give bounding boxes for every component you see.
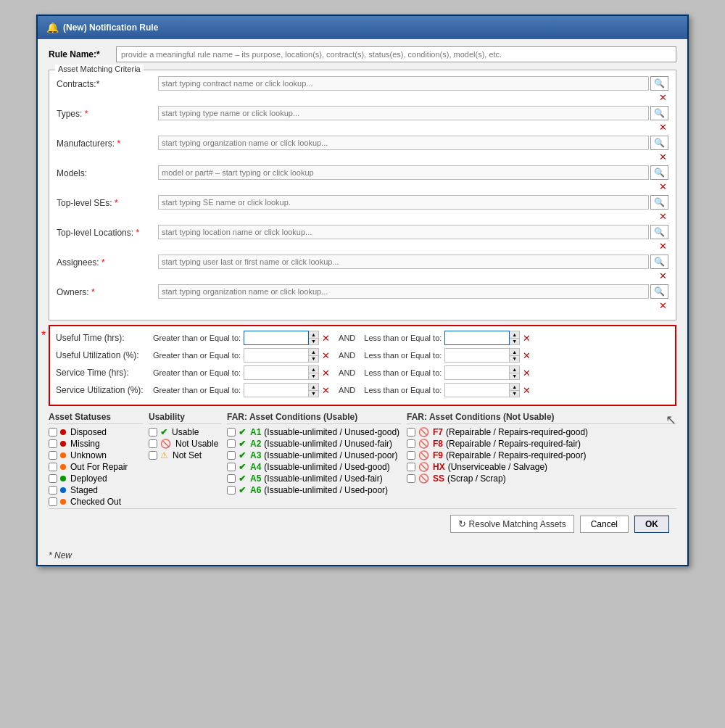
useful-time-gte-clear[interactable]: ✕ bbox=[322, 333, 330, 344]
useful-util-gte-clear[interactable]: ✕ bbox=[322, 350, 330, 361]
usability-usable-checkbox[interactable] bbox=[149, 428, 157, 437]
resolve-matching-assets-btn[interactable]: ↻ Resolve Matching Assets bbox=[450, 515, 574, 533]
types-lookup-btn[interactable]: 🔍 bbox=[650, 106, 668, 120]
locations-input[interactable] bbox=[158, 225, 649, 239]
usability-title: Usability bbox=[149, 412, 221, 424]
models-row: Models: 🔍 ✕ bbox=[57, 165, 668, 192]
status-missing-checkbox[interactable] bbox=[49, 439, 57, 448]
assignees-lookup-btn[interactable]: 🔍 bbox=[650, 255, 668, 269]
service-util-gte-down[interactable]: ▼ bbox=[309, 391, 318, 397]
ok-btn[interactable]: OK bbox=[634, 516, 669, 533]
far-a4-checkbox[interactable] bbox=[227, 463, 236, 471]
far-f9-checkbox[interactable] bbox=[407, 451, 415, 460]
service-util-gte-clear[interactable]: ✕ bbox=[322, 385, 330, 396]
useful-util-lte-clear[interactable]: ✕ bbox=[523, 350, 531, 361]
status-disposed-checkbox[interactable] bbox=[49, 428, 57, 437]
usability-not-set: ⚠ Not Set bbox=[149, 450, 221, 460]
contracts-row: Contracts:* 🔍 ✕ bbox=[57, 76, 668, 103]
owners-clear-btn[interactable]: ✕ bbox=[658, 300, 668, 311]
models-lookup-btn[interactable]: 🔍 bbox=[650, 165, 668, 180]
far-ss-checkbox[interactable] bbox=[407, 474, 415, 483]
service-time-lte-input-group: ▲ ▼ bbox=[444, 365, 520, 380]
manufacturers-field-group: 🔍 ✕ bbox=[158, 136, 668, 162]
service-util-lte-clear[interactable]: ✕ bbox=[523, 385, 531, 396]
useful-time-lte-input[interactable] bbox=[444, 331, 510, 345]
status-unknown-checkbox[interactable] bbox=[49, 451, 57, 460]
ses-clear-btn[interactable]: ✕ bbox=[658, 211, 668, 222]
service-util-gte-input[interactable] bbox=[244, 383, 309, 397]
useful-time-and-label: AND bbox=[339, 334, 355, 342]
far-f9-desc: (Repairable / Repairs-required-poor) bbox=[446, 450, 586, 460]
useful-time-gte-up[interactable]: ▲ bbox=[309, 331, 318, 339]
far-a2-checkbox[interactable] bbox=[227, 439, 236, 448]
assignees-input[interactable] bbox=[158, 255, 649, 269]
status-checked-out-checkbox[interactable] bbox=[49, 497, 57, 506]
types-clear-btn[interactable]: ✕ bbox=[658, 122, 668, 133]
service-time-gte-input[interactable] bbox=[244, 365, 309, 380]
far-f7-checkbox[interactable] bbox=[407, 428, 415, 437]
service-util-lte-input[interactable] bbox=[444, 383, 510, 397]
usability-not-set-checkbox[interactable] bbox=[149, 451, 157, 460]
manufacturers-input[interactable] bbox=[158, 136, 649, 150]
far-a3-checkbox[interactable] bbox=[227, 451, 236, 460]
status-out-for-repair-checkbox[interactable] bbox=[49, 463, 57, 471]
far-f8-checkbox[interactable] bbox=[407, 439, 415, 448]
ses-input[interactable] bbox=[158, 195, 649, 210]
contracts-lookup-btn[interactable]: 🔍 bbox=[650, 76, 668, 91]
usable-label: Usable bbox=[172, 427, 199, 437]
useful-time-lte-clear[interactable]: ✕ bbox=[523, 333, 531, 344]
useful-time-gte-input[interactable] bbox=[244, 331, 309, 345]
useful-util-lte-input[interactable] bbox=[444, 348, 510, 363]
locations-clear-btn[interactable]: ✕ bbox=[658, 241, 668, 252]
far-hx-checkbox[interactable] bbox=[407, 463, 415, 471]
top-level-locations-label: Top-level Locations: * bbox=[57, 225, 158, 238]
service-util-lte-down[interactable]: ▼ bbox=[510, 391, 519, 397]
service-time-lte-clear[interactable]: ✕ bbox=[523, 368, 531, 379]
useful-time-gte-down[interactable]: ▼ bbox=[309, 339, 318, 345]
far-usable-col: FAR: Asset Conditions (Usable) ✔ A1 (Iss… bbox=[227, 412, 401, 508]
useful-time-lte-down[interactable]: ▼ bbox=[510, 339, 519, 345]
usability-not-usable-checkbox[interactable] bbox=[149, 439, 157, 448]
status-staged-checkbox[interactable] bbox=[49, 486, 57, 495]
status-checked-out-label: Checked Out bbox=[70, 497, 121, 507]
models-input[interactable] bbox=[158, 165, 649, 180]
rule-name-input[interactable] bbox=[116, 46, 676, 62]
service-util-lte-up[interactable]: ▲ bbox=[510, 384, 519, 391]
useful-time-lte-up[interactable]: ▲ bbox=[510, 331, 519, 339]
useful-util-lte-up[interactable]: ▲ bbox=[510, 349, 519, 356]
service-time-row: Service Time (hrs): Greater than or Equa… bbox=[56, 365, 669, 380]
useful-util-lte-down[interactable]: ▼ bbox=[510, 356, 519, 363]
far-a1-checkbox[interactable] bbox=[227, 428, 236, 437]
useful-util-gte-down[interactable]: ▼ bbox=[309, 356, 318, 363]
status-unknown: Unknown bbox=[49, 450, 143, 460]
far-a6-desc: (Issuable-unlimited / Used-poor) bbox=[264, 485, 388, 495]
service-time-lte-down[interactable]: ▼ bbox=[510, 373, 519, 380]
far-a6-checkbox[interactable] bbox=[227, 486, 236, 495]
contracts-clear-btn[interactable]: ✕ bbox=[658, 92, 668, 103]
contracts-input[interactable] bbox=[158, 76, 649, 91]
service-time-gte-down[interactable]: ▼ bbox=[309, 373, 318, 380]
manufacturers-lookup-btn[interactable]: 🔍 bbox=[650, 136, 668, 150]
far-a2-code: A2 bbox=[250, 439, 261, 449]
service-util-gte-up[interactable]: ▲ bbox=[309, 384, 318, 391]
status-deployed-checkbox[interactable] bbox=[49, 474, 57, 483]
useful-util-gte-input[interactable] bbox=[244, 348, 309, 363]
service-time-gte-clear[interactable]: ✕ bbox=[322, 368, 330, 379]
manufacturers-clear-btn[interactable]: ✕ bbox=[658, 152, 668, 162]
status-missing: Missing bbox=[49, 439, 143, 449]
service-time-lte-up[interactable]: ▲ bbox=[510, 366, 519, 373]
types-input[interactable] bbox=[158, 106, 649, 120]
owners-lookup-btn[interactable]: 🔍 bbox=[650, 284, 668, 299]
far-a6-code: A6 bbox=[250, 485, 261, 495]
far-a5-checkbox[interactable] bbox=[227, 474, 236, 483]
service-time-lte-input[interactable] bbox=[444, 365, 510, 380]
useful-util-gte-up[interactable]: ▲ bbox=[309, 349, 318, 356]
ses-lookup-btn[interactable]: 🔍 bbox=[650, 195, 668, 210]
owners-input[interactable] bbox=[158, 284, 649, 299]
locations-lookup-btn[interactable]: 🔍 bbox=[650, 225, 668, 239]
assignees-clear-btn[interactable]: ✕ bbox=[658, 270, 668, 281]
service-time-gte-up[interactable]: ▲ bbox=[309, 366, 318, 373]
models-clear-btn[interactable]: ✕ bbox=[658, 181, 668, 192]
far-a4-code: A4 bbox=[250, 462, 261, 472]
cancel-btn[interactable]: Cancel bbox=[580, 516, 629, 533]
